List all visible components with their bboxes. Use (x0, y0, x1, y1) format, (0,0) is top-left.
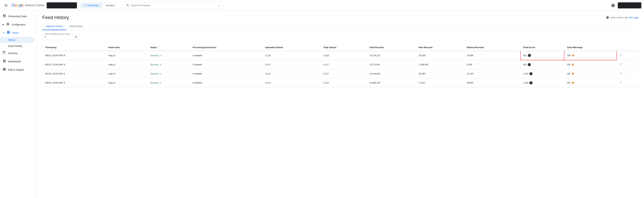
onboarding-label: Onboarding Tasks (8, 15, 27, 18)
status-value: Success (150, 63, 187, 66)
cell-navigate[interactable] (616, 69, 638, 78)
config-label: Configuration (12, 23, 26, 26)
error-value: 401 (523, 54, 527, 57)
cell-total-errors: 401 i (520, 51, 564, 60)
cell-uploaded-shards: 3,118 (262, 51, 321, 60)
sidebar-item-onboarding[interactable]: Onboarding Tasks (0, 12, 35, 20)
top-nav: Actions Center Production Sandbox × (0, 0, 644, 11)
onboarding-icon (3, 14, 6, 18)
hamburger-button[interactable] (3, 2, 10, 9)
sidebar-item-history[interactable]: History (0, 37, 35, 43)
cell-navigate[interactable] (616, 60, 638, 69)
search-input[interactable] (131, 4, 216, 7)
cell-uploaded-shards: 3,114 (262, 78, 321, 87)
cell-feed-name: owg.v2 (106, 60, 148, 69)
cell-total-shards: 3,117 (321, 69, 367, 78)
sidebar-item-feeds[interactable]: ▼ Feeds (0, 29, 35, 37)
warning-badge (572, 81, 574, 84)
production-env-button[interactable]: Production (80, 3, 102, 8)
sidebar-item-quick-testing[interactable]: Quick Testing (0, 43, 35, 49)
cell-total-records: 14,392,187 (367, 78, 416, 87)
history-label: History (8, 39, 16, 41)
cell-timestamp: 9/6/23, 23:00 GMT-4 (42, 51, 106, 60)
account-circle-button[interactable] (610, 2, 616, 9)
feeds-label: Feeds (12, 32, 19, 34)
warning-value: 250 (567, 54, 571, 57)
lookback-input[interactable] (44, 36, 61, 39)
cell-total-warnings: 250 (564, 51, 616, 60)
sidebar-item-configuration[interactable]: ▶ Configuration (0, 20, 35, 29)
nav-right (610, 2, 641, 9)
sandbox-env-button[interactable]: Sandbox (102, 3, 118, 8)
logo-link[interactable]: Actions Center (12, 3, 45, 8)
table-row: 9/4/23, 23:00 GMT-4 owg.v2 Success Compl… (42, 69, 638, 78)
error-value: 1,258 (523, 81, 528, 84)
cell-processing: Complete (190, 78, 262, 87)
cell-navigate[interactable] (616, 78, 638, 87)
cell-new-records: 36,285 (416, 69, 464, 78)
error-cell: 1,257 i (523, 72, 562, 75)
help-page-link[interactable]: this page (629, 16, 638, 19)
table-header-row: Timestamp Feed name Status Processing In… (42, 44, 638, 51)
col-status: Status (148, 44, 190, 51)
sandbox-label: Sandbox (106, 4, 115, 7)
page-header: Feed History Learn how to use this page (42, 15, 638, 20)
col-total-shards: Total Shards (321, 44, 367, 51)
row-arrow-icon (619, 62, 622, 66)
cell-new-records: 1,306,987 (416, 60, 464, 69)
cell-navigate[interactable] (616, 51, 638, 60)
cell-processing: Complete (190, 69, 262, 78)
lookback-box: Enter lookback window in days (42, 34, 79, 40)
env-switcher: Production Sandbox (80, 2, 118, 9)
page-title: Feed History (42, 15, 69, 20)
col-feed-name: Feed name (106, 44, 148, 51)
info-icon (606, 16, 609, 19)
app-title: Actions Center (25, 4, 45, 7)
tab-fetch-history[interactable]: Fetch history (66, 23, 86, 30)
cell-feed-name: owg.v2 (106, 69, 148, 78)
cell-deleted-records: 12,446 (464, 69, 520, 78)
cell-total-records: 15,724,213 (367, 51, 416, 60)
feeds-expand-icon: ▼ (3, 32, 5, 34)
row-arrow-icon (619, 81, 622, 84)
data-table: Timestamp Feed name Status Processing In… (42, 44, 638, 87)
error-value: 1,257 (523, 72, 528, 75)
error-info-badge: i (528, 63, 531, 66)
error-info-badge: i (528, 54, 531, 57)
cell-timestamp: 9/3/23, 23:00 GMT-4 (42, 78, 106, 87)
layout: Onboarding Tasks ▶ Configuration ▼ Feeds… (0, 11, 644, 198)
feeds-icon (7, 31, 10, 35)
row-arrow-icon (619, 53, 623, 57)
tab-ingestion-history[interactable]: Ingestion history (42, 23, 66, 30)
col-uploaded-shards: Uploaded Shards (262, 44, 321, 51)
quick-testing-label: Quick Testing (8, 45, 22, 47)
project-selector[interactable] (47, 2, 77, 9)
error-cell: 402 i (523, 63, 562, 66)
cell-new-records: 25,428 (416, 51, 464, 60)
cell-deleted-records: 9,159 (464, 60, 520, 69)
cell-uploaded-shards: 3,117 (262, 60, 321, 69)
lookback-search-button[interactable] (74, 36, 78, 39)
search-clear-button[interactable]: × (217, 3, 221, 8)
production-label: Production (88, 4, 99, 7)
col-total-warnings: Total Warnings (564, 44, 616, 51)
status-value: Success (150, 81, 187, 84)
lookback-label: Enter lookback window in days (44, 33, 71, 35)
cell-total-records: 14,416,061 (367, 69, 416, 78)
inventory-label: Inventory (8, 52, 18, 55)
cell-processing: Complete (190, 60, 262, 69)
main-content: Feed History Learn how to use this page … (37, 11, 644, 198)
sidebar-item-dashboards[interactable]: Dashboards (0, 57, 35, 65)
warning-value: 191 (567, 81, 570, 84)
table-row: 9/6/23, 23:00 GMT-4 owg.v2 Success Compl… (42, 51, 638, 60)
sidebar-item-inventory[interactable]: Inventory (0, 49, 35, 57)
warning-cell: 192 (567, 72, 614, 75)
cell-status: Success (148, 69, 190, 78)
config-icon (6, 22, 10, 27)
warning-badge (572, 72, 574, 75)
col-new-records: New Records (416, 44, 464, 51)
cell-total-warnings: 191 (564, 78, 616, 87)
error-value: 402 (523, 63, 527, 66)
cell-status: Success (148, 60, 190, 69)
sidebar-item-help[interactable]: Help & Support (0, 65, 35, 74)
